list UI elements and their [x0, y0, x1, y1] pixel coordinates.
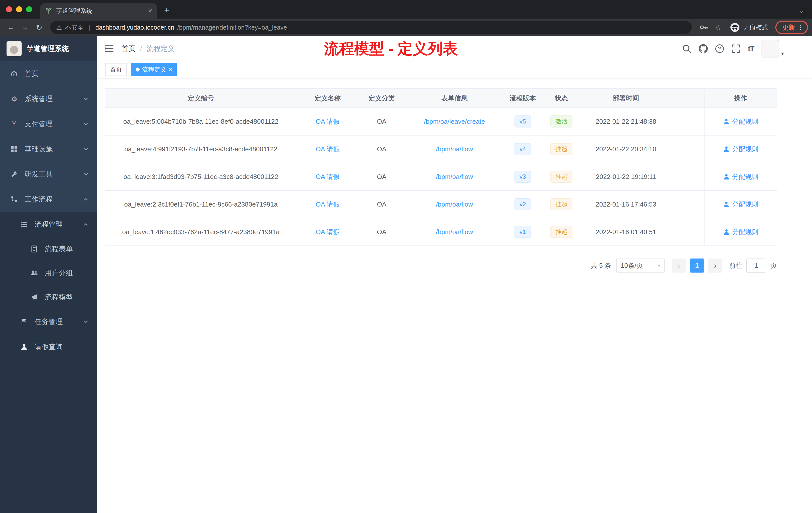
sidebar-item-workflow[interactable]: 工作流程 [0, 187, 97, 212]
window-zoom-button[interactable] [26, 6, 32, 12]
table-row: oa_leave:1:482ec033-762a-11ec-8477-a2380… [106, 218, 777, 246]
assign-rule-button[interactable]: 分配规则 [723, 173, 758, 181]
definition-name-link[interactable]: OA 请假 [316, 200, 340, 209]
sidebar-item-payment[interactable]: ¥ 支付管理 [0, 112, 97, 137]
sidebar-item-devtools[interactable]: 研发工具 [0, 162, 97, 187]
security-label[interactable]: 不安全 [65, 23, 84, 32]
assign-rule-button[interactable]: 分配规则 [723, 200, 758, 209]
tab-close-icon[interactable]: × [148, 7, 152, 15]
back-icon[interactable]: ← [4, 20, 18, 34]
sidebar-item-home[interactable]: 首页 [0, 61, 97, 86]
reload-icon[interactable]: ↻ [32, 20, 46, 34]
deploy-time: 2022-01-22 21:48:38 [582, 108, 670, 135]
sidebar-item-process-management[interactable]: 流程管理 [0, 212, 97, 237]
page-size-select[interactable]: 10条/页 ▾ [616, 259, 665, 273]
chrome-update-button[interactable]: 更新 ⋮ [775, 21, 808, 34]
goto-page-input[interactable] [746, 259, 766, 273]
bookmark-star-icon[interactable]: ☆ [715, 23, 722, 32]
tag-label: 首页 [110, 65, 122, 73]
search-icon[interactable] [682, 44, 691, 53]
goto-page: 前往 页 [729, 259, 777, 273]
definition-name-link[interactable]: OA 请假 [316, 228, 340, 236]
breadcrumb: 首页 / 流程定义 [121, 44, 175, 54]
definition-name-link[interactable]: OA 请假 [316, 173, 340, 181]
user-icon [20, 343, 28, 351]
hamburger-icon[interactable] [97, 36, 121, 61]
sidebar-item-infrastructure[interactable]: 基础设施 [0, 137, 97, 162]
sidebar-item-label: 流程管理 [35, 220, 76, 229]
form-link[interactable]: /bpm/oa/flow [436, 173, 473, 181]
avatar-image[interactable] [761, 40, 779, 58]
user-icon [723, 229, 730, 235]
workflow-submenu: 流程管理 流程表单 用户分组 流程模型 [0, 212, 97, 359]
sidebar-item-process-form[interactable]: 流程表单 [0, 237, 97, 261]
col-header: 流程版本 [505, 89, 541, 108]
form-link[interactable]: /bpm/oa/flow [436, 145, 473, 153]
version-tag: v4 [515, 143, 531, 155]
window-close-button[interactable] [6, 6, 12, 12]
window-minimize-button[interactable] [16, 6, 22, 12]
document-icon [30, 245, 38, 253]
logo-title: 芋道管理系统 [27, 44, 69, 54]
incognito-icon [730, 23, 740, 32]
tag-close-icon[interactable]: × [169, 66, 172, 73]
tab-search-icon[interactable]: ⌄ [799, 7, 804, 14]
sidebar-item-user-group[interactable]: 用户分组 [0, 261, 97, 285]
sidebar-logo[interactable]: 芋道管理系统 [0, 36, 97, 61]
definition-name-link[interactable]: OA 请假 [316, 145, 340, 154]
address-bar[interactable]: ⚠ 不安全 | dashboard.yudao.iocoder.cn/bpm/m… [50, 21, 692, 34]
sidebar-item-label: 任务管理 [35, 317, 76, 327]
form-link[interactable]: /bpm/oa/leave/create [424, 118, 485, 125]
deploy-time: 2022-01-16 01:40:51 [582, 218, 670, 245]
form-link[interactable]: /bpm/oa/flow [436, 201, 473, 208]
sidebar-item-label: 流程模型 [45, 292, 89, 302]
browser-tab[interactable]: 芋道管理系统 × [40, 3, 157, 19]
update-label[interactable]: 更新 [782, 23, 795, 32]
new-tab-button[interactable]: + [164, 5, 169, 15]
tag-label: 流程定义 [142, 65, 166, 73]
sidebar-item-label: 请假查询 [35, 342, 89, 352]
tag-home[interactable]: 首页 [106, 63, 126, 76]
current-page-button[interactable]: 1 [690, 259, 704, 273]
next-page-button[interactable]: › [708, 259, 722, 273]
sidebar-item-label: 流程表单 [45, 244, 89, 254]
user-avatar[interactable]: ▾ [761, 40, 784, 58]
sidebar-item-label: 用户分组 [45, 268, 89, 278]
avatar-caret-icon[interactable]: ▾ [781, 51, 784, 57]
definition-id: oa_leave:4:991f2193-7b7f-11ec-a3c8-acde4… [106, 135, 296, 163]
form-link[interactable]: /bpm/oa/flow [436, 228, 473, 236]
total-count: 共 5 条 [591, 261, 611, 270]
assign-rule-button[interactable]: 分配规则 [723, 228, 758, 236]
sidebar-item-process-model[interactable]: 流程模型 [0, 285, 97, 309]
sidebar-item-system[interactable]: ⚙ 系统管理 [0, 86, 97, 112]
window-controls[interactable] [0, 0, 40, 19]
github-icon[interactable] [699, 44, 708, 53]
navbar-actions: ? tT ▾ [682, 40, 812, 58]
sidebar-filler [0, 359, 97, 513]
definition-id: oa_leave:1:482ec033-762a-11ec-8477-a2380… [106, 218, 296, 245]
assign-rule-button[interactable]: 分配规则 [723, 145, 758, 154]
assign-rule-button[interactable]: 分配规则 [723, 117, 758, 126]
sidebar-item-leave-query[interactable]: 请假查询 [0, 334, 97, 359]
help-icon[interactable]: ? [715, 44, 724, 53]
sidebar-item-label: 基础设施 [25, 144, 76, 154]
security-warning-icon: ⚠ [56, 24, 62, 31]
sidebar-item-task-management[interactable]: 任务管理 [0, 309, 97, 334]
main-area: 首页 / 流程定义 流程模型 - 定义列表 ? tT ▾ [97, 36, 812, 513]
chevron-down-icon [83, 121, 89, 127]
top-navbar: 首页 / 流程定义 流程模型 - 定义列表 ? tT ▾ [97, 36, 812, 61]
chevron-down-icon [83, 96, 89, 102]
browser-menu-icon[interactable]: ⋮ [798, 24, 804, 31]
sidebar-item-label: 工作流程 [25, 194, 76, 204]
user-icon [723, 146, 730, 152]
version-tag: v1 [515, 226, 531, 238]
font-size-icon[interactable]: tT [748, 44, 754, 53]
breadcrumb-home[interactable]: 首页 [121, 44, 136, 54]
definition-name-link[interactable]: OA 请假 [316, 117, 340, 126]
table-row: oa_leave:4:991f2193-7b7f-11ec-a3c8-acde4… [106, 135, 777, 163]
fullscreen-icon[interactable] [731, 44, 741, 53]
url-path: /bpm/manager/definition?key=oa_leave [177, 24, 287, 31]
tag-process-definition[interactable]: 流程定义 × [131, 63, 177, 76]
col-header: 操作 [704, 89, 777, 108]
password-key-icon[interactable] [699, 23, 708, 32]
